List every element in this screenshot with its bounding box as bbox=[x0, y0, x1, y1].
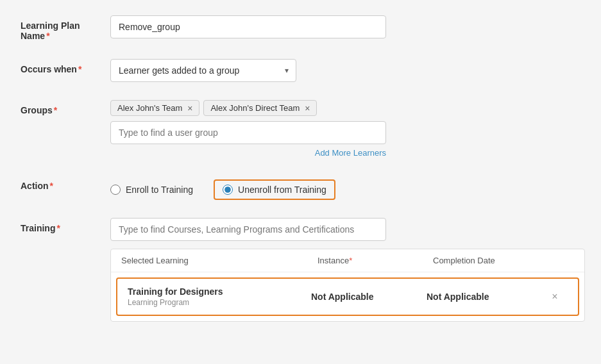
group-tag-2-label: Alex John's Direct Team bbox=[210, 103, 300, 113]
training-completion: Not Applicable bbox=[427, 292, 542, 302]
group-tag-1-remove[interactable]: × bbox=[187, 104, 192, 113]
learning-plan-label: Learning Plan Name* bbox=[21, 15, 110, 41]
add-more-learners-link[interactable]: Add More Learners bbox=[110, 148, 386, 158]
learning-plan-content bbox=[110, 15, 580, 38]
col-actions bbox=[548, 256, 574, 265]
tags-container: Alex John's Team × Alex John's Direct Te… bbox=[110, 100, 386, 116]
form-container: Learning Plan Name* Occurs when* Learner… bbox=[21, 15, 580, 322]
training-remove-button[interactable]: × bbox=[542, 291, 568, 302]
group-tag-1: Alex John's Team × bbox=[110, 100, 199, 116]
groups-content: Alex John's Team × Alex John's Direct Te… bbox=[110, 100, 580, 158]
training-instance: Not Applicable bbox=[311, 292, 427, 302]
enroll-radio[interactable] bbox=[110, 185, 121, 195]
action-row: Action* Enroll to Training Unenroll from… bbox=[21, 176, 580, 200]
training-table-row: Training for Designers Learning Program … bbox=[116, 277, 579, 316]
enroll-option[interactable]: Enroll to Training bbox=[110, 185, 193, 195]
training-content: Selected Learning Instance* Completion D… bbox=[110, 218, 585, 322]
group-tag-1-label: Alex John's Team bbox=[117, 103, 182, 113]
training-label: Training* bbox=[21, 218, 110, 233]
group-search-input[interactable] bbox=[110, 121, 386, 144]
training-info: Training for Designers Learning Program bbox=[128, 286, 311, 307]
group-tag-2-remove[interactable]: × bbox=[305, 104, 310, 113]
groups-area: Alex John's Team × Alex John's Direct Te… bbox=[110, 100, 386, 158]
col-completion: Completion Date bbox=[433, 256, 548, 265]
training-type: Learning Program bbox=[128, 298, 311, 307]
training-search-input[interactable] bbox=[110, 218, 386, 241]
enroll-label: Enroll to Training bbox=[126, 185, 193, 195]
learning-plan-input[interactable] bbox=[110, 15, 386, 38]
action-radio-group: Enroll to Training Unenroll from Trainin… bbox=[110, 176, 580, 200]
unenroll-radio[interactable] bbox=[223, 185, 233, 195]
groups-row: Groups* Alex John's Team × Alex John's D… bbox=[21, 100, 580, 158]
training-table-header: Selected Learning Instance* Completion D… bbox=[111, 249, 584, 272]
col-instance: Instance* bbox=[317, 256, 433, 265]
action-content: Enroll to Training Unenroll from Trainin… bbox=[110, 176, 580, 200]
unenroll-option[interactable]: Unenroll from Training bbox=[214, 179, 335, 200]
group-tag-2: Alex John's Direct Team × bbox=[203, 100, 317, 116]
groups-label: Groups* bbox=[21, 100, 110, 115]
action-label: Action* bbox=[21, 176, 110, 191]
occurs-when-content: Learner gets added to a group Learner ge… bbox=[110, 59, 580, 82]
occurs-when-select-wrapper: Learner gets added to a group Learner ge… bbox=[110, 59, 296, 82]
col-selected-learning: Selected Learning bbox=[121, 256, 317, 265]
training-table: Selected Learning Instance* Completion D… bbox=[110, 249, 585, 322]
unenroll-label: Unenroll from Training bbox=[238, 185, 326, 195]
occurs-when-select[interactable]: Learner gets added to a group Learner ge… bbox=[110, 59, 296, 82]
occurs-when-row: Occurs when* Learner gets added to a gro… bbox=[21, 59, 580, 82]
learning-plan-row: Learning Plan Name* bbox=[21, 15, 580, 41]
occurs-when-label: Occurs when* bbox=[21, 59, 110, 74]
training-row: Training* Selected Learning Instance* Co… bbox=[21, 218, 580, 322]
training-name: Training for Designers bbox=[128, 286, 311, 297]
